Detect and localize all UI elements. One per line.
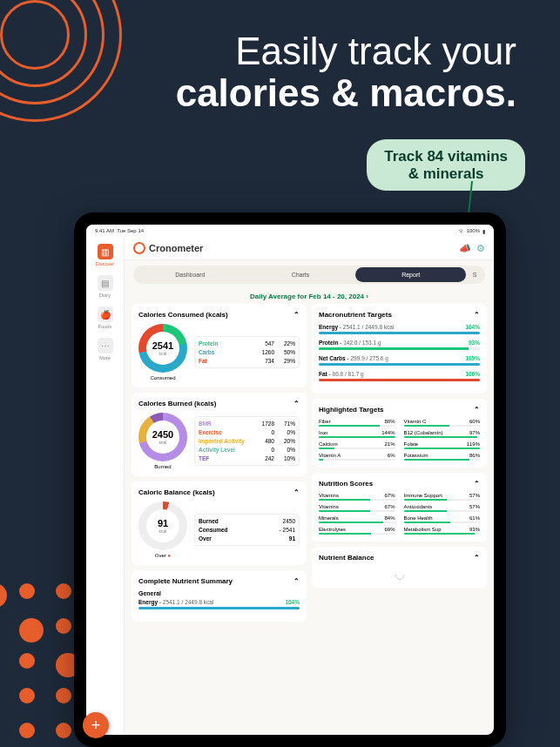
card-nutrient-balance: Nutrient Balance⌃ ◡ bbox=[312, 547, 487, 588]
highlight-item: B12 (Cobalamin)97% bbox=[404, 430, 481, 438]
brand-icon bbox=[133, 242, 145, 254]
score-item: Minerals84% bbox=[319, 515, 395, 523]
macro-row: Fat73429% bbox=[199, 358, 295, 364]
card-caloric-balance: Caloric Balance (kcals)⌃ 91 kcal Over ● bbox=[132, 481, 307, 565]
announce-icon[interactable]: 📣 bbox=[459, 243, 471, 254]
highlight-item: Fiber80% bbox=[319, 419, 395, 427]
wifi-icon: ᯤ bbox=[459, 228, 464, 233]
date-range-selector[interactable]: Daily Average for Feb 14 - 20, 2024 › bbox=[125, 289, 494, 304]
sidebar-item-label: Discover bbox=[96, 261, 114, 266]
burned-row: BMR172871% bbox=[199, 421, 295, 427]
collapse-icon[interactable]: ⌃ bbox=[293, 400, 300, 407]
collapse-icon[interactable]: ⌃ bbox=[293, 311, 300, 319]
sidebar-item-label: Diary bbox=[99, 293, 111, 298]
sidebar-item-foods[interactable]: 🍎 Foods bbox=[98, 306, 113, 329]
promo-headline: Easily track your calories & macros. bbox=[176, 30, 516, 113]
score-item: Immune Support57% bbox=[404, 493, 481, 501]
target-row: Fat - 86.8 / 81.7 g106% bbox=[319, 371, 480, 381]
balance-row: Burned2450 bbox=[199, 518, 295, 524]
sidebar-item-label: Foods bbox=[98, 324, 111, 329]
collapse-icon[interactable]: ⌃ bbox=[474, 480, 480, 488]
collapse-icon[interactable]: ⌃ bbox=[474, 554, 480, 562]
tab-more[interactable]: S bbox=[466, 267, 483, 282]
app-header: Cronometer 📣 ⚙ bbox=[125, 237, 494, 260]
collapse-icon[interactable]: ⌃ bbox=[293, 488, 300, 496]
balance-donut: 91 kcal bbox=[138, 501, 187, 550]
card-nutrient-summary: Complete Nutrient Summary⌃ General Energ… bbox=[132, 570, 307, 622]
burned-row: Activity Level00% bbox=[199, 447, 295, 453]
card-calories-consumed: Calories Consumed (kcals)⌃ 2541 kcal Con… bbox=[132, 304, 307, 387]
statusbar: 9:41 AM Tue Sep 14 ᯤ 100% ▮ bbox=[86, 225, 494, 237]
sidebar-item-more[interactable]: ⋯ More bbox=[98, 338, 113, 360]
target-row: Net Carbs - 299.9 / 275.6 g109% bbox=[319, 355, 480, 366]
tablet-frame: 9:41 AM Tue Sep 14 ᯤ 100% ▮ ▥ Discover ▤… bbox=[74, 212, 506, 747]
burned-donut: 2450 kcal bbox=[138, 413, 187, 461]
macro-row: Protein54722% bbox=[199, 340, 295, 347]
target-row: Energy - 2541.1 / 2449.8 kcal104% bbox=[319, 324, 480, 334]
card-highlighted-targets: Highlighted Targets⌃ Fiber80%Vitamin C60… bbox=[312, 399, 487, 468]
highlight-item: Vitamin C60% bbox=[404, 419, 481, 427]
consumed-donut: 2541 kcal bbox=[138, 324, 187, 373]
brand: Cronometer bbox=[133, 242, 203, 254]
collapse-icon[interactable]: ⌃ bbox=[474, 406, 480, 414]
discover-icon: ▥ bbox=[98, 244, 113, 259]
highlight-item: Iron144% bbox=[319, 430, 395, 438]
tab-report[interactable]: Report bbox=[355, 267, 466, 282]
collapse-icon[interactable]: ⌃ bbox=[293, 577, 300, 585]
settings-icon[interactable]: ⚙ bbox=[476, 243, 485, 254]
highlight-item: Potassium86% bbox=[404, 453, 481, 461]
score-item: Electrolytes69% bbox=[319, 527, 395, 535]
card-nutrition-scores: Nutrition Scores⌃ Vitamins67%Immune Supp… bbox=[312, 473, 487, 542]
highlight-item: Calcium21% bbox=[319, 441, 395, 449]
burned-row: TEF24210% bbox=[199, 455, 295, 461]
sidebar-item-discover[interactable]: ▥ Discover bbox=[96, 244, 114, 266]
highlight-item: Folate119% bbox=[404, 441, 481, 449]
card-macro-targets: Macronutrient Targets⌃ Energy - 2541.1 /… bbox=[312, 304, 487, 394]
sidebar-item-label: More bbox=[99, 355, 111, 360]
score-item: Antioxidants57% bbox=[404, 504, 481, 512]
highlight-item: Vitamin A6% bbox=[319, 453, 395, 461]
score-item: Bone Health61% bbox=[404, 515, 481, 523]
tabs: Dashboard Charts Report S bbox=[133, 266, 485, 284]
diary-icon: ▤ bbox=[98, 275, 113, 291]
target-row: Protein - 142.0 / 153.1 g93% bbox=[319, 340, 480, 350]
battery-icon: ▮ bbox=[482, 228, 485, 234]
sidebar-item-diary[interactable]: ▤ Diary bbox=[98, 275, 113, 298]
tab-dashboard[interactable]: Dashboard bbox=[135, 267, 246, 282]
foods-icon: 🍎 bbox=[98, 306, 113, 322]
score-item: Vitamins67% bbox=[319, 504, 395, 512]
card-calories-burned: Calories Burned (kcals)⌃ 2450 kcal Burne… bbox=[132, 393, 307, 476]
tab-charts[interactable]: Charts bbox=[246, 267, 356, 282]
burned-row: Imported Activity48020% bbox=[199, 438, 295, 444]
burned-row: Exercise00% bbox=[199, 429, 295, 435]
sidebar: ▥ Discover ▤ Diary 🍎 Foods ⋯ More bbox=[86, 237, 125, 735]
callout-pill: Track 84 vitamins & minerals bbox=[367, 139, 525, 191]
collapse-icon[interactable]: ⌃ bbox=[474, 311, 480, 319]
balance-row: Over91 bbox=[199, 535, 295, 542]
more-icon: ⋯ bbox=[98, 338, 113, 353]
score-item: Vitamins67% bbox=[319, 493, 395, 501]
macro-row: Carbs126050% bbox=[199, 349, 295, 355]
score-item: Metabolism Sup93% bbox=[404, 527, 481, 535]
balance-row: Consumed- 2541 bbox=[199, 527, 295, 533]
